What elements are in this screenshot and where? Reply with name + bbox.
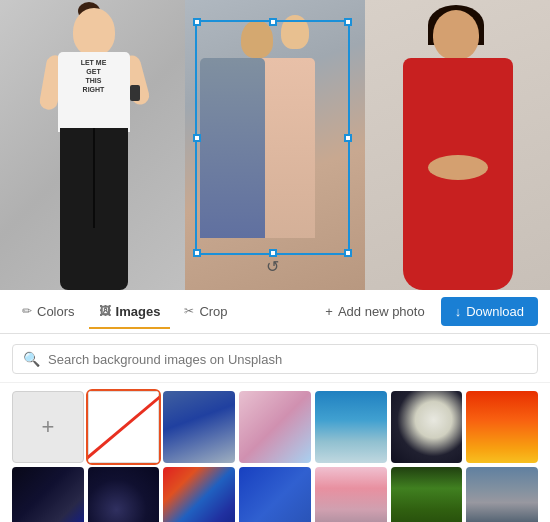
body-male [200,58,265,238]
wl-phone [130,85,140,101]
forest-thumbnail [391,467,463,522]
images-icon: 🖼 [99,304,111,318]
search-area: 🔍 [0,334,550,383]
wl-head [73,8,115,56]
download-icon: ↓ [455,304,462,319]
wr-hands [428,155,488,180]
blue-dots-thumbnail [239,467,311,522]
photo-left-img: LET ME GET THIS RIGHT [0,0,185,290]
tab-colors-label: Colors [37,304,75,319]
tab-colors[interactable]: ✏ Colors [12,296,85,329]
photo-left[interactable]: LET ME GET THIS RIGHT [0,0,185,290]
add-photo-icon: + [325,304,333,319]
tab-crop-label: Crop [199,304,227,319]
abstract-thumbnail [163,467,235,522]
grid-item-mountain[interactable] [466,467,538,522]
couple-bodies [200,58,325,238]
head-male [241,20,273,58]
grid-item-pink-canal[interactable] [315,467,387,522]
grid-item-pink[interactable] [239,391,311,463]
grid-item-fire[interactable] [466,391,538,463]
pink-canal-thumbnail [315,467,387,522]
photo-center[interactable] [185,0,365,290]
galaxy-thumbnail [88,467,160,522]
grid-add-button[interactable]: + [12,391,84,463]
tab-images[interactable]: 🖼 Images [89,296,171,329]
canvas-area: LET ME GET THIS RIGHT [0,0,550,290]
tab-crop[interactable]: ✂ Crop [174,296,237,329]
search-input[interactable] [48,352,527,367]
image-grid: + [0,383,550,522]
mountain-thumbnail [466,467,538,522]
grid-item-city[interactable] [163,391,235,463]
woman-left-figure: LET ME GET THIS RIGHT [28,0,158,290]
space-thumbnail [12,467,84,522]
fire-thumbnail [466,391,538,463]
add-photo-button[interactable]: + Add new photo [313,298,436,325]
rotate-icon-container[interactable]: ↺ [262,256,282,276]
city-thumbnail [163,391,235,463]
colors-icon: ✏ [22,304,32,318]
water-thumbnail [315,391,387,463]
grid-item-slash[interactable] [88,391,160,463]
grid-item-moon[interactable] [391,391,463,463]
wl-pants-split [93,128,95,228]
rotate-icon[interactable]: ↺ [262,256,282,276]
search-icon: 🔍 [23,351,40,367]
head-female [281,15,309,49]
photo-right[interactable] [365,0,550,290]
crop-icon: ✂ [184,304,194,318]
grid-item-abstract[interactable] [163,467,235,522]
search-input-wrap: 🔍 [12,344,538,374]
grid-item-space[interactable] [12,467,84,522]
wl-shirt-text: LET ME GET THIS RIGHT [62,58,126,94]
slash-indicator [88,391,160,463]
woman-right-figure [388,0,528,290]
add-icon: + [41,414,54,440]
download-button[interactable]: ↓ Download [441,297,538,326]
tab-images-label: Images [116,304,161,319]
pink-thumbnail [239,391,311,463]
toolbar: ✏ Colors 🖼 Images ✂ Crop + Add new photo… [0,290,550,334]
add-photo-label: Add new photo [338,304,425,319]
grid-item-blue-dots[interactable] [239,467,311,522]
grid-item-water[interactable] [315,391,387,463]
moon-thumbnail [391,391,463,463]
download-label: Download [466,304,524,319]
grid-item-galaxy[interactable] [88,467,160,522]
grid-item-forest[interactable] [391,467,463,522]
